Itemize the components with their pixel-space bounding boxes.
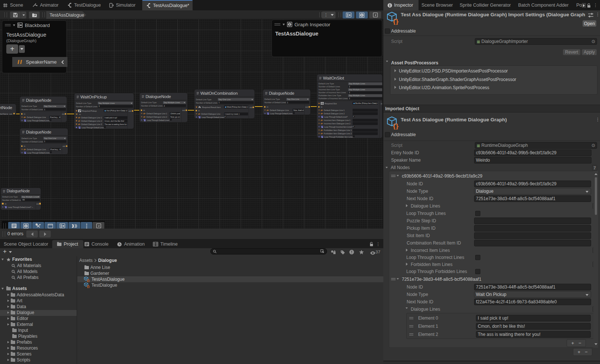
svg-text:{}: {} — [87, 279, 90, 283]
svg-text:{}: {} — [393, 122, 399, 129]
svg-text:{}: {} — [393, 17, 399, 25]
svg-text:{}: {} — [87, 285, 90, 289]
